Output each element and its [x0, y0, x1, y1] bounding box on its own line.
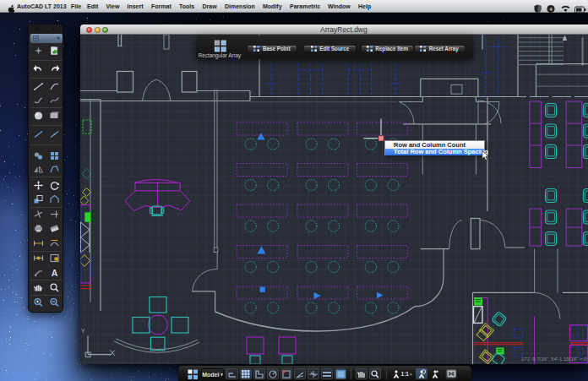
svg-text:A: A — [52, 268, 58, 278]
svg-text:171'-9 7/16", 54'-1 15/16" < 0: 171'-9 7/16", 54'-1 15/16" < 0 — [521, 357, 587, 362]
svg-text:Y: Y — [81, 328, 85, 334]
